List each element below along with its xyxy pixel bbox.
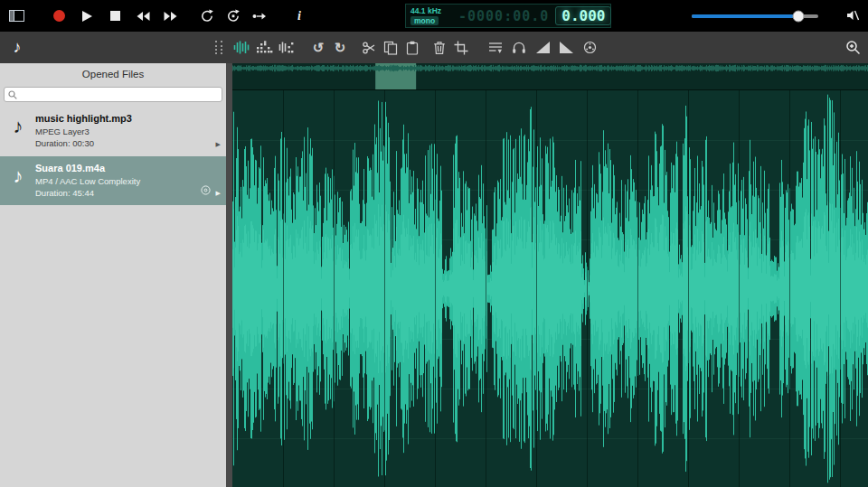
zoom-in-icon — [845, 40, 861, 55]
waveform-view-icon — [233, 41, 250, 54]
stop-icon — [110, 11, 120, 21]
time-counter-value: 0.000 — [555, 6, 611, 25]
copy-button[interactable] — [381, 36, 401, 60]
volume-handle[interactable] — [792, 10, 804, 22]
monitor-button[interactable] — [509, 36, 529, 60]
play-icon — [82, 11, 92, 22]
channel-mode-badge: mono — [410, 16, 439, 25]
loop-selection-button[interactable] — [223, 5, 243, 27]
undo-icon: ↺ — [313, 41, 325, 54]
file-search-input[interactable] — [21, 89, 218, 99]
mute-button[interactable] — [843, 5, 863, 26]
headphones-icon — [512, 41, 526, 54]
transport-toolbar: i 44.1 kHz mono -0000:00.0 0.000 — [0, 0, 868, 32]
waveform-editor — [232, 63, 868, 487]
delete-group — [429, 36, 471, 60]
time-display: 44.1 kHz mono -0000:00.0 0.000 — [405, 4, 611, 28]
effects-dial-icon — [583, 41, 597, 54]
music-note-icon: ♪ — [8, 113, 28, 140]
loop-icon — [200, 9, 214, 23]
redo-button[interactable]: ↻ — [330, 36, 350, 60]
file-duration: Duration: 45:44 — [35, 187, 140, 199]
expand-arrow-icon[interactable]: ▶ — [216, 141, 221, 148]
file-duration: Duration: 00:30 — [35, 137, 132, 149]
trash-icon — [432, 41, 447, 55]
disc-icon — [201, 183, 211, 199]
info-button[interactable]: i — [289, 5, 309, 27]
playback-cursor-icon — [252, 11, 267, 22]
format-readout: 44.1 kHz mono — [410, 6, 452, 25]
rewind-icon — [136, 11, 150, 22]
file-item-music-highlight[interactable]: ♪ music highlight.mp3 MPEG Layer3 Durati… — [0, 107, 226, 156]
mix-icon — [488, 42, 503, 54]
view-mode-group — [231, 36, 297, 60]
waveform-canvas[interactable] — [232, 90, 868, 487]
music-note-icon: ♪ — [7, 36, 27, 60]
view-spectrogram-button[interactable] — [254, 36, 274, 60]
music-note-icon: ♪ — [8, 163, 28, 190]
spectrogram-view-icon — [256, 41, 273, 54]
process-group — [486, 36, 599, 60]
history-group: ↺ ↻ — [308, 36, 350, 60]
volume-slider[interactable] — [692, 0, 818, 32]
play-button[interactable] — [77, 5, 97, 27]
stop-button[interactable] — [105, 5, 125, 27]
fade-out-icon — [560, 42, 573, 53]
view-combined-button[interactable] — [277, 36, 297, 60]
sidebar-splitter[interactable] — [226, 63, 232, 487]
copy-icon — [383, 41, 398, 55]
fade-in-button[interactable] — [533, 36, 552, 60]
loop-controls — [197, 5, 269, 27]
undo-button[interactable]: ↺ — [308, 36, 328, 60]
view-waveform-button[interactable] — [231, 36, 251, 60]
file-meta: music highlight.mp3 MPEG Layer3 Duration… — [35, 113, 132, 150]
file-name: Suara 019.m4a — [35, 163, 140, 173]
scissors-icon — [362, 41, 376, 55]
file-item-suara-019[interactable]: ♪ Suara 019.m4a MP4 / AAC Low Complexity… — [0, 156, 226, 206]
cut-button[interactable] — [359, 36, 379, 60]
delete-button[interactable] — [429, 36, 449, 60]
fast-forward-icon — [164, 11, 178, 22]
fast-forward-button[interactable] — [161, 5, 181, 27]
info-icon: i — [297, 9, 301, 23]
overview-navigator[interactable] — [232, 63, 868, 90]
panel-title: Opened Files — [0, 63, 226, 85]
opened-files-panel: Opened Files ♪ music highlight.mp3 MPEG … — [0, 63, 226, 487]
volume-fill — [692, 14, 798, 18]
time-counter-unlit: -0000:00.0 — [458, 8, 549, 24]
file-meta: Suara 019.m4a MP4 / AAC Low Complexity D… — [35, 163, 140, 200]
file-format: MPEG Layer3 — [35, 126, 132, 137]
rewind-button[interactable] — [133, 5, 153, 27]
search-icon — [8, 90, 17, 99]
edit-toolbar: ♪ — [0, 32, 868, 63]
trim-button[interactable] — [451, 36, 471, 60]
loop-button[interactable] — [197, 5, 217, 27]
crop-icon — [454, 41, 468, 55]
file-search-box — [4, 87, 222, 102]
expand-arrow-icon[interactable]: ▶ — [216, 190, 221, 197]
clipboard-group — [359, 36, 422, 60]
loop-selection-icon — [226, 9, 241, 23]
file-list: ♪ music highlight.mp3 MPEG Layer3 Durati… — [0, 107, 226, 487]
mix-button[interactable] — [486, 36, 505, 60]
sidebar-panel-icon — [9, 10, 24, 22]
fade-in-icon — [536, 42, 550, 53]
redo-icon: ↻ — [335, 41, 346, 54]
main-content: Opened Files ♪ music highlight.mp3 MPEG … — [0, 63, 868, 487]
file-format: MP4 / AAC Low Complexity — [35, 175, 140, 187]
paste-button[interactable] — [402, 36, 422, 60]
toggle-sidebar-button[interactable] — [5, 5, 27, 27]
app-window: i 44.1 kHz mono -0000:00.0 0.000 ♪ — [0, 0, 868, 487]
transport-controls — [49, 5, 181, 27]
zoom-button[interactable] — [843, 35, 863, 59]
combined-view-icon — [278, 41, 296, 54]
record-icon — [53, 10, 65, 22]
fade-out-button[interactable] — [556, 36, 576, 60]
play-from-cursor-button[interactable] — [250, 5, 269, 27]
mute-icon — [845, 8, 860, 23]
file-name: music highlight.mp3 — [35, 113, 132, 124]
sample-rate-label: 44.1 kHz — [410, 6, 452, 15]
record-button[interactable] — [49, 5, 69, 27]
toolbar-drag-handle[interactable] — [215, 41, 222, 54]
effects-button[interactable] — [580, 36, 599, 60]
